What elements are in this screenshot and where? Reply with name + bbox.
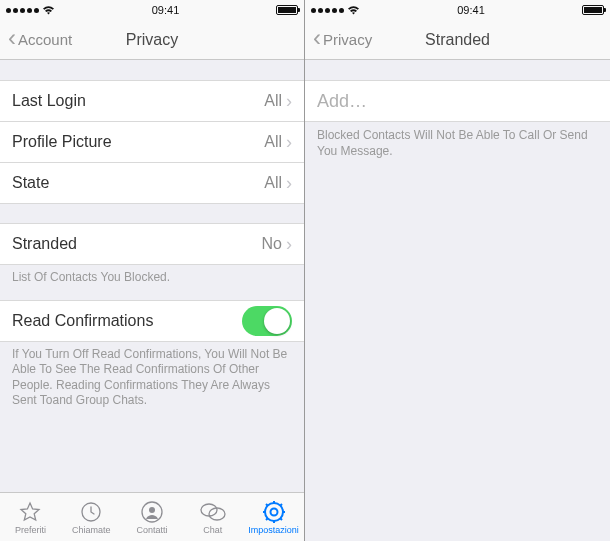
row-value: No <box>262 235 282 253</box>
row-label: Stranded <box>12 235 77 253</box>
wifi-icon <box>347 5 360 15</box>
read-confirmations-toggle[interactable] <box>242 306 292 336</box>
status-bar: 09:41 <box>305 0 610 20</box>
row-profile-picture[interactable]: Profile Picture All› <box>0 121 304 163</box>
tab-contacts[interactable]: Contatti <box>122 500 183 535</box>
blocked-list-note: List Of Contacts You Blocked. <box>0 264 304 290</box>
back-label: Account <box>18 31 72 48</box>
tab-favorites[interactable]: Preferiti <box>0 500 61 535</box>
svg-line-13 <box>266 518 268 520</box>
row-value: All <box>264 92 282 110</box>
privacy-settings-screen: 09:41 Account Privacy Last Login All› Pr… <box>0 0 305 541</box>
row-label: Profile Picture <box>12 133 112 151</box>
row-state[interactable]: State All› <box>0 162 304 204</box>
chevron-right-icon: › <box>286 234 292 255</box>
chevron-right-icon: › <box>286 173 292 194</box>
row-last-login[interactable]: Last Login All› <box>0 80 304 122</box>
status-time: 09:41 <box>457 4 485 16</box>
row-value: All <box>264 174 282 192</box>
row-stranded[interactable]: Stranded No› <box>0 223 304 265</box>
blocked-note: Blocked Contacts Will Not Be Able To Cal… <box>305 122 610 163</box>
wifi-icon <box>42 5 55 15</box>
stranded-screen: 09:41 Privacy Stranded Add… Blocked Cont… <box>305 0 610 541</box>
tab-label: Contatti <box>136 525 167 535</box>
content: Add… Blocked Contacts Will Not Be Able T… <box>305 60 610 541</box>
back-label: Privacy <box>323 31 372 48</box>
back-button[interactable]: Privacy <box>313 31 372 48</box>
tab-label: Impostazioni <box>248 525 299 535</box>
back-button[interactable]: Account <box>8 31 72 48</box>
nav-bar: Account Privacy <box>0 20 304 60</box>
row-read-confirmations: Read Confirmations <box>0 300 304 342</box>
clock-icon <box>79 500 103 524</box>
row-value: All <box>264 133 282 151</box>
add-contact-row[interactable]: Add… <box>305 80 610 122</box>
tab-bar: Preferiti Chiamate Contatti Chat <box>0 492 304 541</box>
gear-icon <box>262 500 286 524</box>
add-label: Add… <box>317 91 367 112</box>
svg-line-11 <box>266 504 268 506</box>
tab-label: Chat <box>203 525 222 535</box>
star-icon <box>18 500 42 524</box>
chat-icon <box>200 500 226 524</box>
row-label: Last Login <box>12 92 86 110</box>
tab-label: Preferiti <box>15 525 46 535</box>
cell-signal-icon <box>311 8 344 13</box>
tab-calls[interactable]: Chiamate <box>61 500 122 535</box>
status-bar: 09:41 <box>0 0 304 20</box>
tab-chat[interactable]: Chat <box>182 500 243 535</box>
svg-point-2 <box>149 507 155 513</box>
content: Last Login All› Profile Picture All› Sta… <box>0 60 304 492</box>
chevron-right-icon: › <box>286 132 292 153</box>
status-time: 09:41 <box>152 4 180 16</box>
battery-icon <box>582 5 604 15</box>
svg-line-14 <box>280 504 282 506</box>
contact-icon <box>140 500 164 524</box>
read-confirmations-note: If You Turn Off Read Confirmations, You … <box>0 341 304 413</box>
row-label: State <box>12 174 49 192</box>
svg-line-12 <box>280 518 282 520</box>
tab-settings[interactable]: Impostazioni <box>243 500 304 535</box>
tab-label: Chiamate <box>72 525 111 535</box>
cell-signal-icon <box>6 8 39 13</box>
battery-icon <box>276 5 298 15</box>
chevron-right-icon: › <box>286 91 292 112</box>
svg-point-6 <box>270 508 277 515</box>
row-label: Read Confirmations <box>12 312 153 330</box>
nav-bar: Privacy Stranded <box>305 20 610 60</box>
